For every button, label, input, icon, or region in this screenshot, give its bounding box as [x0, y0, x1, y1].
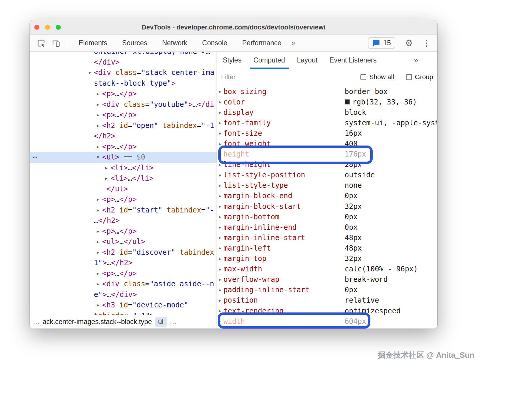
- more-actions-icon[interactable]: ⋯: [33, 152, 37, 163]
- computed-property-margin-bottom[interactable]: ▶margin-bottom0px: [217, 212, 437, 222]
- twisty-collapsed-icon[interactable]: ▶: [94, 300, 102, 311]
- show-all-checkbox[interactable]: [360, 74, 366, 80]
- expand-arrow-icon[interactable]: ▶: [219, 100, 221, 104]
- sidebar-tab-computed[interactable]: Computed: [249, 52, 289, 69]
- computed-property-margin-left[interactable]: ▶margin-left48px: [217, 243, 437, 253]
- expand-arrow-icon[interactable]: ▶: [219, 131, 221, 135]
- twisty-collapsed-icon[interactable]: ▶: [94, 99, 102, 110]
- sidebar-tab-event-listeners[interactable]: Event Listeners: [325, 52, 381, 69]
- device-toolbar-icon[interactable]: [51, 38, 61, 49]
- dom-node-selected[interactable]: ▼⋯<ul> == $0: [30, 152, 217, 163]
- tab-performance[interactable]: Performance: [235, 35, 289, 51]
- twisty-collapsed-icon[interactable]: ▶: [94, 268, 102, 279]
- computed-property-list-style-type[interactable]: ▶list-style-typenone: [217, 180, 437, 191]
- dom-node[interactable]: </div>: [30, 57, 217, 68]
- dom-node[interactable]: ▶<ul>…</ul>: [30, 237, 217, 247]
- dom-node[interactable]: ▶<p>…</p>: [30, 194, 217, 205]
- computed-property-list-style-position[interactable]: ▶list-style-positionoutside: [217, 170, 437, 180]
- dom-node[interactable]: ▶<p>…</p>: [30, 110, 217, 121]
- computed-property-color[interactable]: ▶colorrgb(32, 33, 36): [217, 97, 437, 107]
- expand-arrow-icon[interactable]: ▶: [219, 277, 221, 282]
- breadcrumb-overflow-icon[interactable]: …: [33, 318, 40, 326]
- issues-button[interactable]: 15: [368, 37, 396, 49]
- computed-property-padding-inline-start[interactable]: ▶padding-inline-start0px: [217, 285, 437, 295]
- dom-node[interactable]: ▶<p>…</p>: [30, 268, 217, 279]
- computed-property-display[interactable]: ▶displayblock: [217, 107, 437, 118]
- twisty-collapsed-icon[interactable]: ▶: [94, 110, 102, 121]
- dom-node[interactable]: ▶<h3 id="device-mode": [30, 300, 217, 311]
- computed-property-overflow-wrap[interactable]: ▶overflow-wrapbreak-word: [217, 274, 437, 285]
- twisty-collapsed-icon[interactable]: ▶: [94, 247, 102, 258]
- tab-elements[interactable]: Elements: [71, 35, 115, 51]
- computed-property-line-height[interactable]: ▶line-height28px: [217, 160, 437, 170]
- breadcrumb-selected-node[interactable]: ul: [155, 317, 167, 327]
- dom-node[interactable]: ▶<h2 id="discover" tabindex: [30, 247, 217, 258]
- expand-arrow-icon[interactable]: ▶: [219, 246, 221, 250]
- expand-arrow-icon[interactable]: ▶: [219, 89, 221, 94]
- dom-node[interactable]: 1">…</h2>: [30, 258, 217, 268]
- dom-node[interactable]: ▶<div class="aside aside--n: [30, 279, 217, 290]
- tab-sources[interactable]: Sources: [115, 35, 155, 51]
- expand-arrow-icon[interactable]: ▶: [219, 173, 221, 177]
- computed-property-width[interactable]: ▶width604px: [217, 316, 437, 326]
- expand-arrow-icon[interactable]: ▶: [219, 194, 221, 198]
- tab-console[interactable]: Console: [195, 35, 235, 51]
- dom-node[interactable]: ▶<h2 id="open" tabindex="-1: [30, 121, 217, 131]
- dom-node[interactable]: </h2>: [30, 131, 217, 142]
- twisty-collapsed-icon[interactable]: ▶: [94, 237, 102, 247]
- dom-node[interactable]: ▶<p>…</p>: [30, 142, 217, 152]
- twisty-collapsed-icon[interactable]: ▶: [94, 89, 102, 99]
- breadcrumb-path[interactable]: ack.center-images.stack--block.type: [43, 318, 152, 326]
- zoom-button[interactable]: [56, 25, 61, 30]
- computed-property-max-width[interactable]: ▶max-widthcalc(100% - 96px): [217, 264, 437, 274]
- titlebar[interactable]: DevTools - developer.chrome.com/docs/dev…: [30, 20, 437, 35]
- dom-node[interactable]: stack--block type">: [30, 78, 217, 89]
- expand-arrow-icon[interactable]: ▶: [219, 121, 221, 125]
- twisty-collapsed-icon[interactable]: ▶: [94, 226, 102, 237]
- close-button[interactable]: [34, 25, 39, 30]
- dom-node[interactable]: ▶<p>…</p>: [30, 89, 217, 99]
- dom-node[interactable]: …</h2>: [30, 215, 217, 226]
- expand-arrow-icon[interactable]: ▶: [219, 225, 221, 229]
- computed-property-height[interactable]: ▶height176px: [217, 149, 437, 160]
- kebab-menu-icon[interactable]: ⋮: [422, 39, 431, 47]
- computed-property-box-sizing[interactable]: ▶box-sizingborder-box: [217, 86, 437, 97]
- expand-arrow-icon[interactable]: ▶: [219, 288, 221, 292]
- expand-arrow-icon[interactable]: ▶: [219, 110, 221, 115]
- twisty-collapsed-icon[interactable]: ▶: [94, 205, 102, 216]
- more-panels-icon[interactable]: »: [291, 38, 295, 48]
- computed-property-font-size[interactable]: ▶font-size16px: [217, 128, 437, 138]
- inspect-element-icon[interactable]: [36, 38, 46, 49]
- computed-property-position[interactable]: ▶positionrelative: [217, 295, 437, 306]
- expand-arrow-icon[interactable]: ▶: [219, 204, 221, 209]
- expand-arrow-icon[interactable]: ▶: [219, 183, 221, 188]
- sidebar-tab-styles[interactable]: Styles: [219, 52, 246, 69]
- computed-property-font-weight[interactable]: ▶font-weight400: [217, 138, 437, 149]
- more-sidebar-tabs-icon[interactable]: »: [414, 56, 418, 65]
- expand-arrow-icon[interactable]: ▶: [219, 162, 221, 167]
- expand-arrow-icon[interactable]: ▶: [219, 298, 221, 303]
- computed-property-font-family[interactable]: ▶font-familysystem-ui, -apple-syst: [217, 118, 437, 128]
- twisty-collapsed-icon[interactable]: ▶: [94, 121, 102, 131]
- twisty-collapsed-icon[interactable]: ▶: [94, 279, 102, 290]
- twisty-collapsed-icon[interactable]: ▶: [103, 173, 110, 184]
- dom-node[interactable]: ▼<div class="stack center-ima: [30, 68, 217, 78]
- breadcrumb-trailing-icon[interactable]: …: [170, 318, 177, 326]
- expand-arrow-icon[interactable]: ▶: [219, 152, 221, 157]
- computed-property-text-rendering[interactable]: ▶text-renderingoptimizespeed: [217, 306, 437, 316]
- group-checkbox[interactable]: [406, 74, 412, 80]
- expand-arrow-icon[interactable]: ▶: [219, 215, 221, 219]
- dom-node[interactable]: ontainer xl.display-none">…: [30, 52, 217, 57]
- twisty-collapsed-icon[interactable]: ▶: [94, 194, 102, 205]
- expand-arrow-icon[interactable]: ▶: [219, 257, 221, 261]
- dom-node[interactable]: </ul>: [30, 184, 217, 195]
- expand-arrow-icon[interactable]: ▶: [219, 309, 221, 313]
- dom-node[interactable]: ▶<h2 id="start" tabindex="-: [30, 205, 217, 216]
- twisty-collapsed-icon[interactable]: ▶: [103, 163, 110, 173]
- expand-arrow-icon[interactable]: ▶: [219, 267, 221, 271]
- dom-node[interactable]: tabindex="-1">…: [30, 311, 217, 315]
- tab-network[interactable]: Network: [155, 35, 195, 51]
- sidebar-tab-layout[interactable]: Layout: [293, 52, 322, 69]
- expand-arrow-icon[interactable]: ▶: [219, 142, 221, 146]
- dom-node[interactable]: ▶<div class="youtube">…</di: [30, 99, 217, 110]
